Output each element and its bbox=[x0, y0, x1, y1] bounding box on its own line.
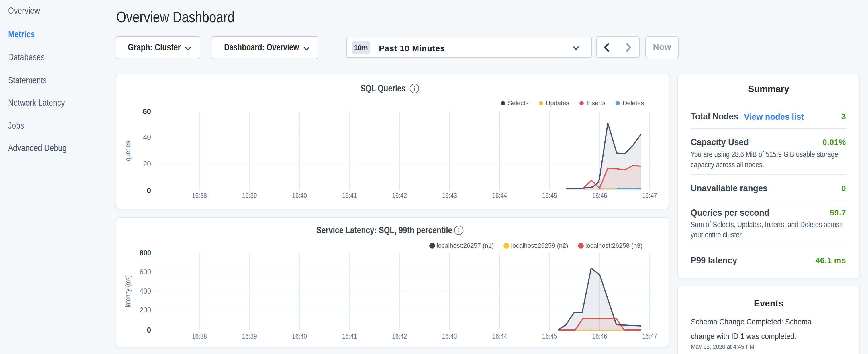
svg-text:16:47: 16:47 bbox=[642, 192, 657, 199]
svg-text:40: 40 bbox=[143, 133, 151, 141]
svg-text:16:41: 16:41 bbox=[342, 192, 357, 199]
svg-text:queries: queries bbox=[124, 141, 132, 161]
svg-text:60: 60 bbox=[143, 107, 151, 116]
svg-text:16:43: 16:43 bbox=[442, 192, 457, 199]
svg-text:16:47: 16:47 bbox=[642, 332, 657, 340]
svg-text:16:39: 16:39 bbox=[242, 192, 257, 199]
svg-text:0: 0 bbox=[147, 186, 151, 195]
svg-text:200: 200 bbox=[140, 306, 151, 314]
svg-text:16:38: 16:38 bbox=[192, 192, 207, 199]
svg-text:16:45: 16:45 bbox=[542, 332, 557, 340]
svg-text:16:39: 16:39 bbox=[242, 332, 257, 340]
svg-text:16:43: 16:43 bbox=[442, 332, 457, 340]
svg-text:16:40: 16:40 bbox=[292, 332, 307, 340]
svg-text:16:38: 16:38 bbox=[192, 332, 207, 340]
svg-text:0: 0 bbox=[147, 326, 151, 334]
svg-text:400: 400 bbox=[140, 287, 151, 295]
svg-text:16:40: 16:40 bbox=[292, 192, 307, 199]
svg-text:16:46: 16:46 bbox=[592, 192, 607, 199]
svg-text:16:46: 16:46 bbox=[592, 332, 607, 340]
svg-text:800: 800 bbox=[140, 249, 151, 257]
svg-text:16:44: 16:44 bbox=[492, 192, 507, 199]
svg-text:600: 600 bbox=[140, 268, 151, 276]
svg-text:16:41: 16:41 bbox=[342, 332, 357, 340]
svg-text:latency (ms): latency (ms) bbox=[124, 275, 132, 307]
svg-text:16:42: 16:42 bbox=[392, 332, 407, 340]
svg-text:16:44: 16:44 bbox=[492, 332, 507, 340]
svg-text:16:45: 16:45 bbox=[542, 192, 557, 199]
svg-text:20: 20 bbox=[143, 160, 151, 168]
svg-text:16:42: 16:42 bbox=[392, 192, 407, 199]
